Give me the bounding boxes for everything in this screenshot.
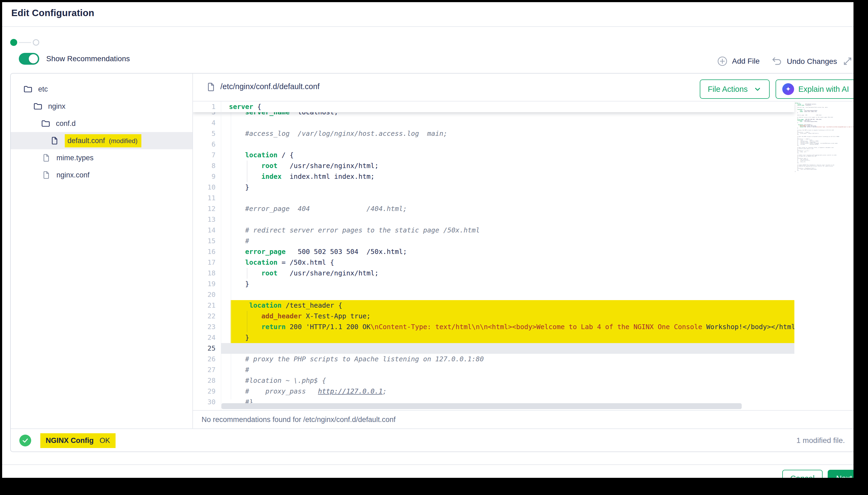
line-number: 10 <box>193 182 215 193</box>
code-line-19[interactable]: 19 } <box>193 279 795 289</box>
code-line-16[interactable]: 16 error_page 500 502 503 504 /50x.html; <box>193 246 795 257</box>
tree-item-label: nginx <box>48 102 66 110</box>
stepper-step2-dot[interactable] <box>33 39 39 46</box>
code-line-11[interactable]: 11 <box>193 193 795 204</box>
active-line-highlight <box>221 343 795 354</box>
code-line-4[interactable]: 4 <box>193 118 795 128</box>
gutter-divider <box>221 101 221 410</box>
code-line-29[interactable]: 29 # proxy_pass http://127.0.0.1; <box>193 386 795 397</box>
code-line-9[interactable]: 9 index index.html index.htm; <box>193 171 795 182</box>
line-number: 24 <box>193 332 215 343</box>
code-text: server_name localhost; <box>229 112 338 118</box>
show-recommendations-toggle[interactable] <box>19 53 39 65</box>
explain-ai-label: Explain with AI <box>798 85 849 94</box>
file-path: /etc/nginx/conf.d/default.conf <box>220 82 320 91</box>
undo-changes-label: Undo Changes <box>787 57 837 66</box>
code-line-23[interactable]: 23 return 200 'HTTP/1.1 200 OK\nContent-… <box>193 322 795 332</box>
code-line-27[interactable]: 27 # <box>193 364 795 375</box>
add-file-button[interactable]: Add File <box>717 56 760 67</box>
folder-icon <box>41 119 50 128</box>
tree-item-label: conf.d <box>56 119 76 128</box>
code-text: location /test_header { <box>229 300 342 311</box>
tree-item-nginx[interactable]: nginx <box>11 98 192 115</box>
expand-button[interactable] <box>842 55 853 67</box>
code-text: root /usr/share/nginx/html; <box>229 268 379 279</box>
code-line-12[interactable]: 12 #error_page 404 /404.html; <box>193 204 795 214</box>
tree-item-confd[interactable]: conf.d <box>11 115 192 132</box>
code-line-26[interactable]: 26 # proxy the PHP scripts to Apache lis… <box>193 354 795 364</box>
file-tree: etc nginx conf.d default.conf <box>11 73 193 428</box>
code-line-18[interactable]: 18 root /usr/share/nginx/html; <box>193 268 795 279</box>
add-file-label: Add File <box>732 57 760 66</box>
show-recommendations-row: Show Recommendations <box>19 53 130 65</box>
title-divider <box>2 26 861 27</box>
code-editor: /etc/nginx/conf.d/default.conf File Acti… <box>193 73 861 428</box>
line-number: 3 <box>193 112 215 118</box>
modified-count-text: 1 modified file. <box>796 436 845 445</box>
horizontal-scrollbar[interactable] <box>222 403 742 409</box>
code-line-3[interactable]: 3 server_name localhost; <box>193 112 795 118</box>
plus-circle-icon <box>717 56 728 67</box>
line-number: 21 <box>193 300 215 311</box>
code-text: location = /50x.html { <box>229 257 334 268</box>
code-line-13[interactable]: 13 <box>193 214 795 225</box>
code-line-5[interactable]: 5 #access_log /var/log/nginx/host.access… <box>193 128 795 139</box>
line-number: 7 <box>193 150 215 160</box>
line-number: 20 <box>193 289 215 300</box>
code-line-15[interactable]: 15 # <box>193 236 795 246</box>
tree-item-nginx-conf[interactable]: nginx.conf <box>11 167 192 184</box>
tree-item-default-conf[interactable]: default.conf (modified) <box>11 132 192 149</box>
code-line-6[interactable]: 6 <box>193 139 795 150</box>
file-icon <box>50 136 60 146</box>
chevron-down-icon <box>754 85 761 93</box>
code-line-22[interactable]: 22 add_header X-Test-App true; <box>193 311 795 322</box>
stepper-step1-dot[interactable] <box>10 39 17 46</box>
code-line-28[interactable]: 28 #location ~ \.php$ { <box>193 375 795 386</box>
code-line-21[interactable]: 21 location /test_header { <box>193 300 795 311</box>
code-area[interactable]: 3 server_name localhost;45 #access_log /… <box>193 101 861 410</box>
check-circle-icon <box>19 434 31 446</box>
code-text: } <box>229 279 249 289</box>
line-number: 18 <box>193 268 215 279</box>
stepper <box>10 39 39 46</box>
code-line-17[interactable]: 17 location = /50x.html { <box>193 257 795 268</box>
file-actions-button[interactable]: File Actions <box>700 80 770 99</box>
code-line-24[interactable]: 24 } <box>193 332 795 343</box>
sticky-line-1[interactable]: 1server { <box>193 101 795 112</box>
config-status-value: OK <box>99 437 110 445</box>
line-number: 30 <box>193 397 215 408</box>
code-line-14[interactable]: 14 # redirect server error pages to the … <box>193 225 795 236</box>
code-line-7[interactable]: 7 location / { <box>193 150 795 160</box>
line-number: 4 <box>193 118 215 128</box>
line-number: 25 <box>193 343 215 354</box>
line-number: 17 <box>193 257 215 268</box>
show-recommendations-label: Show Recommendations <box>46 54 130 63</box>
code-line-25[interactable]: 25 <box>193 343 795 354</box>
line-number: 27 <box>193 364 215 375</box>
modified-suffix: (modified) <box>109 137 137 144</box>
line-number: 28 <box>193 375 215 386</box>
stepper-connector <box>19 42 31 43</box>
undo-changes-button[interactable]: Undo Changes <box>771 56 837 67</box>
code-text: # <box>229 364 249 375</box>
line-number: 9 <box>193 171 215 182</box>
modified-file-highlight: default.conf (modified) <box>65 134 141 147</box>
screenshot-torn-edge-right <box>853 2 861 486</box>
config-panel: etc nginx conf.d default.conf <box>10 73 861 452</box>
code-text: # proxy the PHP scripts to Apache listen… <box>229 354 484 364</box>
tree-item-mime-types[interactable]: mime.types <box>11 149 192 167</box>
minimap[interactable]: server { listen 80 default_server; serve… <box>795 103 855 410</box>
code-text: # <box>229 236 249 246</box>
code-line-8[interactable]: 8 root /usr/share/nginx/html; <box>193 160 795 171</box>
code-line-10[interactable]: 10 } <box>193 182 795 193</box>
config-label: NGINX Config <box>46 437 94 445</box>
line-number: 13 <box>193 214 215 225</box>
code-line-20[interactable]: 20 <box>193 289 795 300</box>
tree-item-etc[interactable]: etc <box>11 81 192 98</box>
explain-with-ai-button[interactable]: ✦ Explain with AI <box>775 80 856 99</box>
code-lines[interactable]: 3 server_name localhost;45 #access_log /… <box>193 112 795 410</box>
line-number: 1 <box>193 101 215 112</box>
tree-item-label: nginx.conf <box>56 171 89 179</box>
minimap-line: } <box>795 171 855 172</box>
file-icon <box>42 153 51 163</box>
